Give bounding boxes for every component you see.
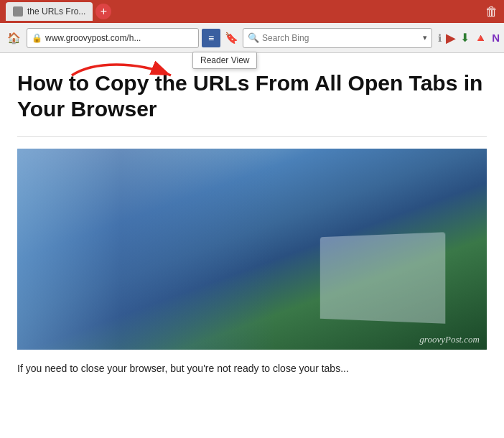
onenote-icon[interactable]: N [492,32,500,44]
search-icon: 🔍 [248,32,259,43]
address-bar[interactable]: 🔒 www.groovypost.com/h... [27,28,199,48]
search-bar[interactable]: 🔍 Search Bing ▾ [243,28,432,48]
toolbar-right: ℹ ▶ ⬇ 🔺 N [438,30,500,46]
reader-view-icon: ≡ [208,32,214,44]
nav-bar: 🏠 🔒 www.groovypost.com/h... ≡ 🔖 🔍 Search… [0,23,504,53]
url-text: www.groovypost.com/h... [45,33,141,43]
article-title: How to Copy the URLs From All Open Tabs … [17,70,487,122]
download-icon[interactable]: ⬇ [460,31,470,45]
close-window-icon[interactable]: 🗑 [485,4,498,19]
article-text: If you need to close your browser, but y… [17,361,487,376]
drive-icon[interactable]: 🔺 [474,32,487,45]
search-dropdown-icon[interactable]: ▾ [423,33,427,42]
new-tab-button[interactable]: + [95,4,111,19]
browser-tab[interactable]: the URLs Fro... [6,2,93,21]
play-icon[interactable]: ▶ [446,30,456,46]
reader-view-button[interactable]: ≡ [202,29,220,47]
tab-area: the URLs Fro... + [6,2,111,21]
title-bar: the URLs Fro... + 🗑 [0,0,504,23]
divider [17,136,487,137]
image-watermark: groovyPost.com [419,334,480,345]
home-button[interactable]: 🏠 [4,29,24,47]
tab-label: the URLs Fro... [27,6,85,17]
lock-icon: 🔒 [32,33,42,43]
tab-favicon [13,6,23,17]
reader-view-tooltip: Reader View [192,52,257,69]
bookmark-icon: 🔖 [225,32,238,44]
bookmark-button[interactable]: 🔖 [223,30,240,46]
content-area: How to Copy the URLs From All Open Tabs … [0,53,504,438]
info-icon[interactable]: ℹ [438,32,442,44]
article-image: groovyPost.com [17,149,487,350]
search-placeholder: Search Bing [262,33,309,43]
home-icon: 🏠 [7,32,21,45]
